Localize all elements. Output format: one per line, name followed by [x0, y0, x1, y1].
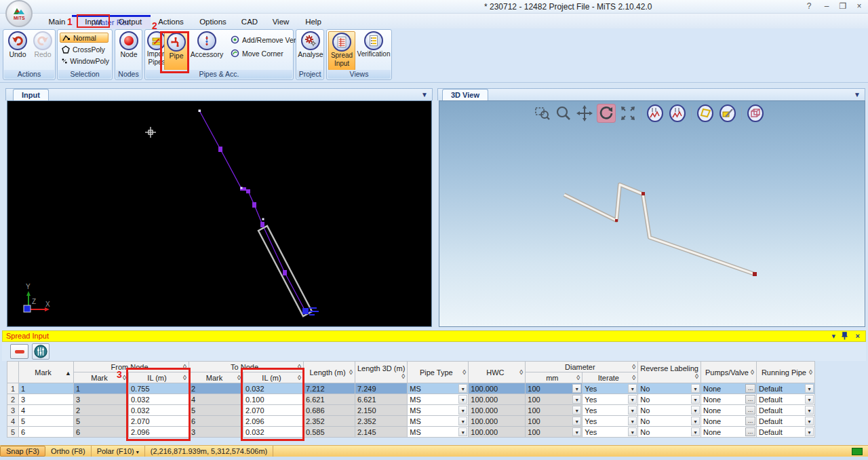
cell-hwc[interactable]: 100.000	[469, 405, 526, 416]
filter-diamond-icon[interactable]: ◊	[237, 374, 241, 381]
cell-to_il[interactable]: 0.032	[243, 383, 304, 394]
dropdown-arrow-icon[interactable]: ▾	[458, 395, 467, 404]
tab-main[interactable]: Main	[42, 16, 72, 28]
cell-running[interactable]: Default▾	[756, 416, 814, 427]
cell-length[interactable]: 7.212	[304, 383, 355, 394]
tab-actions[interactable]: Actions	[152, 16, 190, 28]
panel-menu-icon[interactable]: ▾	[831, 332, 835, 341]
dropdown-arrow-icon[interactable]: ▾	[628, 395, 637, 404]
filter-diamond-icon[interactable]: ◊	[632, 363, 635, 370]
cell-from_il[interactable]: 2.070	[129, 416, 189, 427]
polar-dropdown-icon[interactable]: ▾	[136, 449, 139, 455]
header-to-mark[interactable]: Mark◊	[189, 372, 243, 383]
input-cad-canvas[interactable]: Y Z X	[7, 100, 432, 327]
header-length3d[interactable]: Length 3D (m)◊	[355, 362, 408, 383]
cell-iterate[interactable]: Yes▾	[583, 416, 638, 427]
dropdown-arrow-icon[interactable]: ▾	[691, 406, 700, 415]
verification-button[interactable]: Verification	[355, 31, 392, 58]
cell-pumps[interactable]: None...	[701, 427, 756, 438]
selection-windowpoly-button[interactable]: WindowPoly	[60, 56, 111, 66]
move-corner-button[interactable]: Move Corner	[231, 49, 283, 58]
cell-mm[interactable]: 100▾	[526, 405, 583, 416]
dropdown-arrow-icon[interactable]: ▾	[628, 384, 637, 393]
dropdown-arrow-icon[interactable]: ▾	[691, 417, 700, 425]
view3d-panel-dropdown-icon[interactable]: ▼	[854, 91, 861, 98]
cell-pumps[interactable]: None...	[701, 416, 756, 427]
analyse-button[interactable]: Analyse	[298, 31, 323, 58]
cell-pipe_type[interactable]: MS▾	[408, 427, 469, 438]
ellipsis-button[interactable]: ...	[745, 417, 755, 425]
cell-pumps[interactable]: None...	[701, 394, 756, 405]
cell-length3d[interactable]: 2.145	[355, 427, 408, 438]
filter-diamond-icon[interactable]: ◊	[751, 368, 754, 376]
dropdown-arrow-icon[interactable]: ▾	[458, 417, 467, 425]
header-from-il[interactable]: IL (m)◊	[129, 372, 189, 383]
cell-to_il[interactable]: 2.070	[243, 405, 304, 416]
dropdown-arrow-icon[interactable]: ▾	[572, 384, 581, 393]
cell-mark[interactable]: 6	[19, 427, 74, 438]
filter-diamond-icon[interactable]: ◊	[809, 368, 812, 376]
dropdown-arrow-icon[interactable]: ▾	[458, 406, 467, 415]
remove-row-button[interactable]	[10, 344, 28, 359]
header-to-node[interactable]: To Node◊	[189, 362, 304, 372]
accessory-button[interactable]: Accessory	[189, 31, 225, 58]
cell-running[interactable]: Default▾	[756, 394, 814, 405]
view3d-canvas[interactable]	[439, 100, 865, 327]
cell-running[interactable]: Default▾	[756, 383, 814, 394]
filter-diamond-icon[interactable]: ◊	[183, 374, 186, 381]
cell-from_il[interactable]: 2.096	[129, 427, 189, 438]
cell-running[interactable]: Default▾	[756, 405, 814, 416]
app-logo[interactable]: MiTS	[5, 0, 33, 27]
cell-to_mark[interactable]: 2	[189, 383, 243, 394]
filter-diamond-icon[interactable]: ◊	[401, 372, 405, 380]
cell-pipe_type[interactable]: MS▾	[408, 383, 469, 394]
cell-to_il[interactable]: 0.032	[243, 427, 304, 438]
cell-hwc[interactable]: 100.000	[469, 383, 526, 394]
cell-hwc[interactable]: 100.000	[469, 394, 526, 405]
header-diameter[interactable]: Diameter◊	[526, 362, 638, 372]
cell-reverse[interactable]: No▾	[638, 416, 701, 427]
snap-toggle[interactable]: Snap (F3)	[0, 446, 45, 457]
cell-pipe_type[interactable]: MS▾	[408, 405, 469, 416]
dropdown-arrow-icon[interactable]: ▾	[691, 384, 700, 393]
cell-length3d[interactable]: 2.352	[355, 416, 408, 427]
cell-to_il[interactable]: 0.100	[243, 394, 304, 405]
cell-mark[interactable]: 5	[19, 416, 74, 427]
cell-hwc[interactable]: 100.000	[469, 427, 526, 438]
help-button[interactable]: ?	[802, 1, 816, 12]
spread-input-button[interactable]: Spread Input	[328, 31, 355, 71]
polar-toggle[interactable]: Polar (F10) ▾	[92, 446, 145, 457]
minimize-button[interactable]: –	[819, 1, 834, 12]
dropdown-arrow-icon[interactable]: ▾	[805, 395, 814, 404]
ellipsis-button[interactable]: ...	[745, 395, 755, 404]
dropdown-arrow-icon[interactable]: ▾	[628, 406, 637, 415]
cell-length[interactable]: 0.585	[304, 427, 355, 438]
cell-from_mark[interactable]: 3	[74, 394, 129, 405]
filter-diamond-icon[interactable]: ◊	[576, 374, 580, 381]
cell-from_mark[interactable]: 2	[74, 405, 129, 416]
undo-button[interactable]: Undo	[5, 31, 31, 58]
cell-from_mark[interactable]: 5	[74, 416, 129, 427]
dropdown-arrow-icon[interactable]: ▾	[458, 384, 467, 393]
cell-from_mark[interactable]: 1	[74, 383, 129, 394]
view3d-panel-tab[interactable]: 3D View	[442, 89, 488, 101]
ellipsis-button[interactable]: ...	[745, 406, 755, 415]
header-pumps-valve[interactable]: Pumps/Valve◊	[701, 362, 756, 383]
cell-mm[interactable]: 100▾	[526, 427, 583, 438]
dropdown-arrow-icon[interactable]: ▾	[805, 427, 814, 436]
cell-iterate[interactable]: Yes▾	[583, 427, 638, 438]
cell-iterate[interactable]: Yes▾	[583, 405, 638, 416]
selection-crosspoly-button[interactable]: CrossPoly	[60, 44, 110, 54]
input-panel-dropdown-icon[interactable]: ▼	[421, 91, 428, 98]
dropdown-arrow-icon[interactable]: ▾	[691, 427, 700, 436]
pipe-button[interactable]: Pipe	[164, 31, 189, 71]
cell-length[interactable]: 0.686	[304, 405, 355, 416]
ellipsis-button[interactable]: ...	[745, 384, 755, 393]
cell-mark[interactable]: 1	[19, 383, 74, 394]
cell-pipe_type[interactable]: MS▾	[408, 416, 469, 427]
cell-from_il[interactable]: 0.032	[129, 405, 189, 416]
cell-to_mark[interactable]: 5	[189, 405, 243, 416]
close-button[interactable]: ×	[852, 1, 867, 12]
cell-length3d[interactable]: 7.249	[355, 383, 408, 394]
cell-pipe_type[interactable]: MS▾	[408, 394, 469, 405]
